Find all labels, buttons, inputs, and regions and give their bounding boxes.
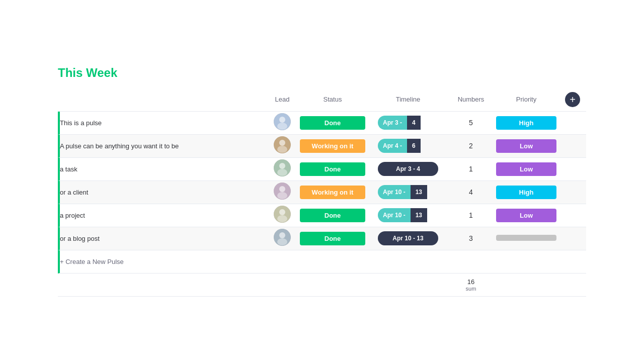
sum-priority-spacer (494, 274, 559, 297)
timeline-right: 6 (407, 139, 421, 153)
table-row: A pulse can be anything you want it to b… (58, 135, 586, 158)
row-number: 1 (448, 158, 494, 181)
timeline-left: Apr 10 - (378, 185, 411, 199)
row-number: 1 (448, 204, 494, 227)
sum-row: 16 sum (58, 274, 586, 297)
row-number: 4 (448, 181, 494, 204)
row-number: 3 (448, 227, 494, 250)
svg-point-1 (279, 117, 285, 123)
row-status[interactable]: Done (297, 204, 368, 227)
table-row: a task Done Apr 3 - 4 1 Low (58, 158, 586, 181)
row-lead (267, 181, 297, 204)
timeline-right: 4 (407, 116, 421, 130)
row-lead (267, 204, 297, 227)
row-add-spacer (559, 135, 586, 158)
row-name: or a blog post (58, 227, 267, 250)
sum-spacer (58, 274, 448, 297)
svg-point-7 (279, 163, 285, 169)
row-status[interactable]: Working on it (297, 135, 368, 158)
timeline-left: Apr 10 - (378, 208, 411, 222)
col-header-numbers: Numbers (448, 88, 494, 112)
timeline-right: 13 (411, 185, 427, 199)
sum-add-spacer (559, 274, 586, 297)
timeline-left: Apr 3 - (378, 116, 407, 130)
row-priority[interactable]: Low (494, 158, 559, 181)
status-badge[interactable]: Done (300, 162, 365, 176)
svg-point-5 (277, 146, 287, 153)
avatar (274, 159, 291, 176)
table-row: a project Done Apr 10 - 13 1 Low (58, 204, 586, 227)
col-header-name (58, 88, 267, 112)
timeline-left: Apr 4 - (378, 139, 407, 153)
table-row: This is a pulse Done Apr 3 - 4 5 High (58, 112, 586, 135)
row-number: 2 (448, 135, 494, 158)
add-column-button[interactable]: + (565, 92, 580, 107)
status-badge[interactable]: Done (300, 209, 365, 222)
row-timeline[interactable]: Apr 4 - 6 (368, 135, 448, 158)
row-lead (267, 112, 297, 135)
row-timeline[interactable]: Apr 3 - 4 (368, 158, 448, 181)
row-status[interactable]: Working on it (297, 181, 368, 204)
svg-point-16 (279, 232, 285, 238)
row-priority[interactable] (494, 227, 559, 250)
svg-point-17 (277, 238, 287, 245)
status-badge[interactable]: Done (300, 116, 365, 130)
row-timeline[interactable]: Apr 10 - 13 (368, 204, 448, 227)
row-priority[interactable]: High (494, 112, 559, 135)
priority-badge: Low (496, 139, 556, 153)
section-title: This Week (58, 66, 586, 80)
timeline-pill: Apr 10 - 13 (378, 208, 438, 222)
svg-point-4 (279, 140, 285, 146)
priority-badge: Low (496, 162, 556, 176)
col-header-lead: Lead (267, 88, 297, 112)
status-badge[interactable]: Working on it (300, 186, 365, 199)
svg-point-11 (277, 192, 287, 199)
timeline-right: 13 (411, 208, 427, 222)
row-priority[interactable]: High (494, 181, 559, 204)
row-add-spacer (559, 112, 586, 135)
col-header-timeline: Timeline (368, 88, 448, 112)
create-pulse-row[interactable]: + Create a New Pulse (58, 250, 586, 274)
row-timeline[interactable]: Apr 10 - 13 (368, 181, 448, 204)
svg-point-8 (277, 169, 287, 176)
row-name: A pulse can be anything you want it to b… (58, 135, 267, 158)
row-add-spacer (559, 204, 586, 227)
row-status[interactable]: Done (297, 227, 368, 250)
avatar (274, 183, 291, 200)
row-add-spacer (559, 227, 586, 250)
timeline-pill-solid: Apr 10 - 13 (378, 231, 438, 245)
row-status[interactable]: Done (297, 158, 368, 181)
status-badge[interactable]: Done (300, 232, 365, 245)
status-badge[interactable]: Working on it (300, 139, 365, 153)
timeline-pill: Apr 3 - 4 (378, 116, 438, 130)
row-name: or a client (58, 181, 267, 204)
col-header-status: Status (297, 88, 368, 112)
row-priority[interactable]: Low (494, 204, 559, 227)
table-header-row: Lead Status Timeline Numbers Priority + (58, 88, 586, 112)
priority-badge: Low (496, 209, 556, 222)
table-row: or a blog post Done Apr 10 - 13 3 (58, 227, 586, 250)
row-name: This is a pulse (58, 112, 267, 135)
col-header-priority: Priority (494, 88, 559, 112)
svg-point-14 (277, 215, 287, 222)
row-lead (267, 158, 297, 181)
row-lead (267, 135, 297, 158)
row-timeline[interactable]: Apr 3 - 4 (368, 112, 448, 135)
avatar (274, 206, 291, 223)
row-name: a task (58, 158, 267, 181)
col-header-add: + (559, 88, 586, 112)
row-name: a project (58, 204, 267, 227)
row-timeline[interactable]: Apr 10 - 13 (368, 227, 448, 250)
priority-badge: High (496, 116, 556, 130)
row-lead (267, 227, 297, 250)
row-priority[interactable]: Low (494, 135, 559, 158)
create-pulse-label[interactable]: + Create a New Pulse (58, 250, 586, 274)
row-status[interactable]: Done (297, 112, 368, 135)
sum-value-cell: 16 sum (448, 274, 494, 297)
sum-value: 16 (467, 278, 474, 286)
avatar (274, 229, 291, 246)
row-add-spacer (559, 181, 586, 204)
row-add-spacer (559, 158, 586, 181)
avatar (274, 113, 291, 130)
svg-point-2 (277, 123, 287, 130)
